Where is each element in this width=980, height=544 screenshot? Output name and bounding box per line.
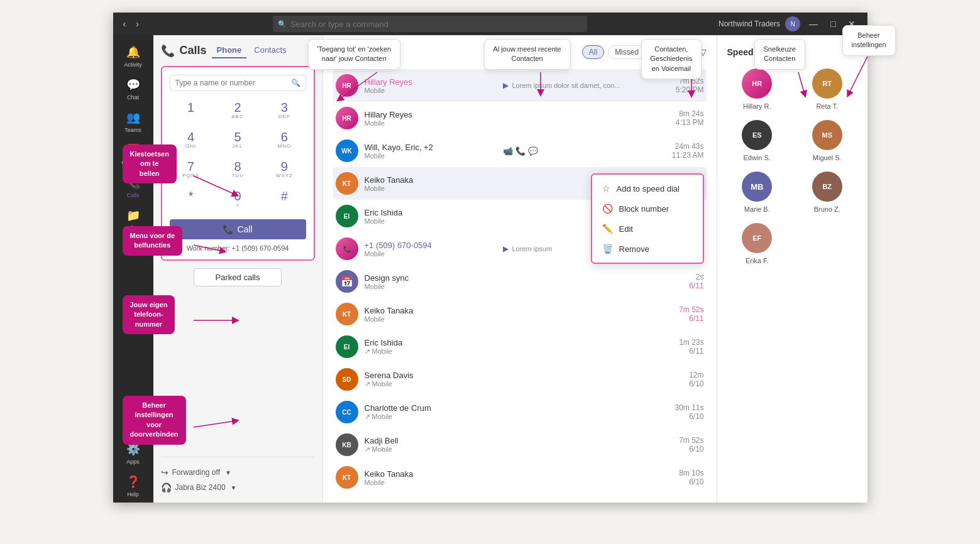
- filter-missed[interactable]: Missed: [608, 45, 646, 59]
- sidebar-item-teams[interactable]: 👥 Teams: [113, 106, 153, 138]
- dial-key-0[interactable]: 0+: [216, 186, 259, 212]
- speed-dial-item-erika[interactable]: EF Erika F.: [727, 223, 788, 264]
- context-item-block[interactable]: 🚫 Block number: [592, 199, 703, 219]
- speed-dial-avatar: ES: [742, 120, 772, 150]
- title-bar: ‹ › Northwind Traders N — □ ✕: [113, 13, 867, 35]
- dialpad-search-icon: 🔍: [291, 79, 300, 87]
- user-avatar[interactable]: N: [785, 16, 800, 31]
- recent-mid: 📹 📞 💬: [503, 146, 641, 156]
- recent-item[interactable]: SD Serena Davis ↗ Mobile 12m 6/10: [333, 363, 707, 396]
- recent-item[interactable]: KB Kadji Bell ↗ Mobile 7m 52s 6/10: [333, 428, 707, 461]
- context-item-speed-dial[interactable]: ☆ Add to speed dial: [592, 178, 703, 199]
- recent-info: Charlotte de Crum ↗ Mobile: [365, 403, 503, 421]
- recent-time: 11:23 AM: [641, 151, 704, 160]
- nav-back[interactable]: ‹: [121, 18, 129, 30]
- tab-contacts[interactable]: Contacts: [249, 43, 291, 58]
- recent-item[interactable]: EI Eric Ishida ↗ Mobile 1m 23s 6/11: [333, 330, 707, 363]
- dial-key-5[interactable]: 5JKL: [216, 127, 259, 153]
- recent-info: Hillary Reyes Mobile: [365, 110, 503, 127]
- speed-dial-item-reta[interactable]: RT Reta T.: [797, 68, 857, 110]
- dial-key-3[interactable]: 3DEF: [263, 97, 306, 123]
- recent-name: Will, Kayo, Eric, +2: [365, 143, 503, 152]
- recent-name: Design sync: [365, 273, 503, 283]
- recent-info: Will, Kayo, Eric, +2 Mobile: [365, 143, 503, 160]
- recent-name: Keiko Tanaka: [365, 175, 502, 185]
- speed-dial-item-marie[interactable]: MB Marie B.: [727, 171, 788, 213]
- avatar: CC: [336, 401, 358, 423]
- speed-dial-name: Miguel S.: [813, 154, 842, 161]
- speed-dial-item-hillary[interactable]: HR Hillary R.: [727, 68, 788, 110]
- sidebar-item-activity[interactable]: 🔔 Activity: [113, 40, 153, 73]
- dialpad-search-input[interactable]: [175, 79, 291, 87]
- recent-sub: Mobile: [365, 87, 503, 94]
- parked-calls-button[interactable]: Parked calls: [194, 268, 282, 286]
- dial-key-6[interactable]: 6MNO: [263, 127, 306, 153]
- recent-panel: Recent All Missed Voicemail ▽ HR Hillary…: [323, 35, 717, 503]
- context-label-remove: Remove: [619, 244, 649, 254]
- recent-list: HR Hillary Reyes Mobile ▶ Lorem ipsum do…: [333, 69, 707, 492]
- star-icon: ☆: [602, 183, 610, 193]
- recent-preview: Lorem ipsum: [512, 245, 553, 253]
- recent-sub: Mobile: [365, 315, 503, 323]
- forwarding-item[interactable]: ↪ Forwarding off ▼: [161, 465, 315, 480]
- recent-name: Keiko Tanaka: [365, 306, 503, 315]
- speed-dial-name: Marie B.: [744, 205, 770, 213]
- forwarding-icon: ↪: [161, 467, 168, 477]
- recent-time: 4:13 PM: [641, 118, 704, 127]
- speed-dial-item-bruno[interactable]: BZ Bruno Z.: [797, 171, 857, 213]
- recent-item[interactable]: WK Will, Kayo, Eric, +2 Mobile 📹 📞 💬 2: [333, 134, 707, 167]
- recent-duration: 2s: [641, 273, 704, 281]
- recent-time: 6/10: [641, 477, 704, 486]
- title-bar-right: Northwind Traders N — □ ✕: [718, 16, 860, 31]
- device-item[interactable]: 🎧 Jabra Biz 2400 ▼: [161, 480, 315, 495]
- filter-all[interactable]: All: [582, 45, 604, 59]
- dial-key-2[interactable]: 2ABC: [216, 97, 259, 123]
- recent-name: Hillary Reyes: [365, 110, 503, 119]
- minimize-button[interactable]: —: [805, 18, 822, 30]
- search-input[interactable]: [273, 16, 587, 32]
- recent-item[interactable]: 📅 Design sync Mobile 2s 6/11: [333, 265, 707, 298]
- dial-key-1[interactable]: 1: [170, 97, 212, 123]
- play-icon[interactable]: ▶: [503, 81, 509, 90]
- recent-meta: 7m 52s 5:20 PM: [641, 77, 704, 94]
- speed-dial-item-edwin[interactable]: ES Edwin S.: [727, 120, 788, 161]
- sidebar-item-help[interactable]: ❓ Help: [113, 470, 153, 503]
- dial-key-9[interactable]: 9WXYZ: [263, 156, 306, 182]
- recent-sub: ↗ Mobile: [365, 380, 503, 388]
- nav-forward[interactable]: ›: [133, 18, 141, 30]
- calls-icon-header: 📞: [161, 44, 175, 58]
- avatar: HR: [336, 107, 358, 129]
- recent-info: Keiko Tanaka Mobile: [365, 175, 502, 192]
- avatar: SD: [336, 368, 358, 391]
- help-icon: ❓: [126, 475, 140, 489]
- recent-meta: 8m 10s 6/10: [641, 469, 704, 486]
- recent-info: Hillary Reyes Mobile: [365, 77, 503, 94]
- avatar: HR: [336, 74, 358, 97]
- play-icon[interactable]: ▶: [503, 244, 509, 253]
- app-container: ‹ › Northwind Traders N — □ ✕ 🔔 Activity…: [113, 13, 867, 503]
- sidebar-item-chat[interactable]: 💬 Chat: [113, 73, 153, 106]
- context-item-edit[interactable]: ✏️ Edit: [592, 219, 703, 239]
- recent-meta: 12m 6/10: [641, 371, 704, 388]
- main-layout: 🔔 Activity 💬 Chat 👥 Teams 📅 Calendar 📞 C…: [113, 35, 867, 503]
- recent-item[interactable]: CC Charlotte de Crum ↗ Mobile 30m 11s 6/…: [333, 396, 707, 428]
- recent-item[interactable]: HR Hillary Reyes Mobile 8m 24s 4:13 PM: [333, 102, 707, 134]
- recent-item[interactable]: KT Keiko Tanaka Mobile 8m 10s 6/10: [333, 461, 707, 492]
- recent-time: 6/11: [641, 281, 704, 290]
- call-button[interactable]: 📞 Call: [170, 219, 306, 239]
- chat-icon: 💬: [528, 146, 538, 156]
- context-item-remove[interactable]: 🗑️ Remove: [592, 239, 703, 259]
- recent-meta: 7m 52s 6/11: [641, 305, 704, 323]
- video-icon: 📹: [503, 146, 513, 156]
- recent-item[interactable]: KT Keiko Tanaka Mobile 7m 52s 6/11: [333, 298, 707, 330]
- recent-duration: 12m: [641, 371, 704, 379]
- dial-key-8[interactable]: 8TUV: [216, 156, 259, 182]
- speed-dial-item-miguel[interactable]: MS Miguel S.: [797, 120, 857, 161]
- recent-meta: 30m 11s 6/10: [641, 403, 704, 421]
- forwarding-dropdown-icon: ▼: [225, 469, 231, 476]
- dial-key-star[interactable]: *: [170, 186, 212, 212]
- maximize-button[interactable]: □: [827, 18, 839, 30]
- sidebar-label-apps: Apps: [126, 459, 140, 465]
- tab-phone[interactable]: Phone: [212, 43, 247, 58]
- dial-key-hash[interactable]: #: [263, 186, 306, 212]
